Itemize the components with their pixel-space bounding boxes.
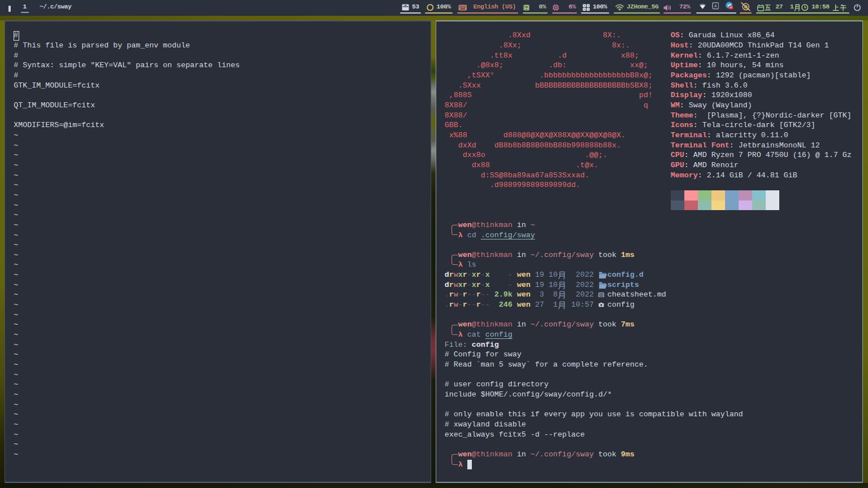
svg-text:A: A <box>714 4 717 8</box>
